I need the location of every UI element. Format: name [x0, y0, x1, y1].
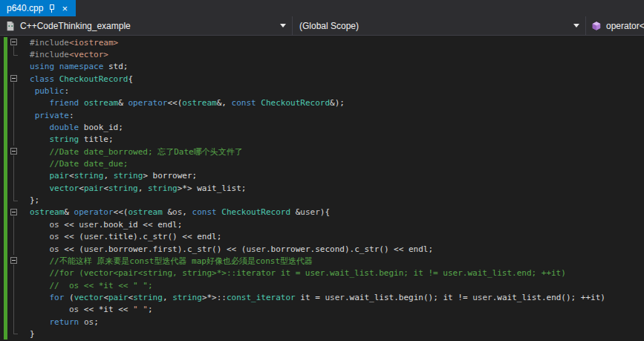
code-text: }; [30, 195, 39, 205]
code-line: os << (user.title).c_str() << endl; [0, 231, 644, 243]
fold-margin [0, 134, 30, 146]
code-line: friend ostream& operator<<(ostream&, con… [0, 97, 644, 109]
scope-dropdown-value: (Global Scope) [299, 21, 359, 31]
code-text: double book_id; [30, 123, 123, 132]
fold-margin [0, 97, 30, 109]
fold-toggle[interactable] [0, 73, 30, 85]
code-text: private: [30, 111, 74, 120]
code-text: // os << *it << " "; [30, 281, 153, 290]
fold-toggle[interactable] [0, 207, 30, 218]
fold-margin [0, 182, 30, 194]
member-dropdown-value: operator<< [606, 21, 644, 31]
code-line: #include<vector> [0, 48, 644, 60]
code-line: using namespace std; [0, 61, 644, 73]
code-text: using namespace std; [30, 62, 128, 71]
code-text: #include<vector> [30, 50, 108, 59]
collapse-minus-icon[interactable] [10, 39, 17, 45]
code-line: private: [0, 109, 644, 121]
code-line: pair<string, string> borrower; [0, 170, 644, 182]
code-text: return os; [30, 317, 99, 327]
project-dropdown[interactable]: C++CodeThinking_example [0, 16, 293, 35]
code-text: string title; [30, 134, 114, 144]
code-area: #include<iostream>#include<vector>using … [0, 36, 644, 340]
fold-margin [0, 267, 30, 279]
fold-margin [0, 279, 30, 291]
tab-bar: p640.cpp [0, 0, 644, 16]
fold-toggle[interactable] [0, 36, 30, 48]
code-text: public: [30, 86, 69, 96]
fold-margin [0, 304, 30, 316]
editor[interactable]: #include<iostream>#include<vector>using … [0, 36, 644, 341]
project-dropdown-value: C++CodeThinking_example [20, 21, 131, 31]
code-line: for (vector<pair<string, string>*>::cons… [0, 291, 644, 303]
collapse-minus-icon[interactable] [10, 75, 17, 82]
code-text: } [30, 329, 35, 339]
code-text: //Date date_borrowed; 忘了Date哪个头文件了 [30, 146, 243, 157]
tab-label: p640.cpp [7, 3, 43, 13]
code-text: ostream& operator<<(ostream &os, const C… [30, 207, 330, 217]
code-text: #include<iostream> [30, 38, 118, 48]
code-line: //Date date_borrowed; 忘了Date哪个头文件了 [0, 146, 644, 157]
code-line: //Date date_due; [0, 157, 644, 169]
scope-dropdown[interactable]: (Global Scope) [293, 16, 586, 35]
member-dropdown[interactable]: operator<< [586, 16, 644, 35]
fold-margin [0, 121, 30, 133]
tab-p640cpp[interactable]: p640.cpp [0, 0, 76, 16]
code-line: class CheckoutRecord{ [0, 73, 644, 85]
code-text: vector<pair<string, string>*> wait_list; [30, 184, 246, 193]
fold-margin [0, 291, 30, 303]
fold-margin [0, 48, 30, 60]
fold-margin [0, 170, 30, 182]
fold-margin [0, 218, 30, 230]
collapse-minus-icon[interactable] [10, 209, 17, 215]
code-line: #include<iostream> [0, 36, 644, 48]
cpp-file-icon [5, 21, 16, 31]
code-line: return os; [0, 316, 644, 328]
fold-margin [0, 61, 30, 73]
code-text: for (vector<pair<string, string>*>::cons… [30, 293, 605, 302]
code-text: os << (user.title).c_str() << endl; [30, 232, 221, 241]
code-text: //for (vector<pair<string, string>*>::it… [30, 268, 566, 278]
fold-margin [0, 194, 30, 206]
code-line: double book_id; [0, 121, 644, 133]
code-text: os << (user.borrower.first).c_str() << (… [30, 244, 433, 254]
code-text: //Date date_due; [30, 159, 128, 169]
code-line: } [0, 328, 644, 340]
fold-toggle[interactable] [0, 146, 30, 157]
code-line: os << (user.borrower.first).c_str() << (… [0, 243, 644, 255]
collapse-minus-icon[interactable] [10, 148, 17, 155]
code-line: public: [0, 85, 644, 97]
code-line: //不能这样 原来要是const型迭代器 map好像也必须是const型迭代器 [0, 255, 644, 267]
code-text: class CheckoutRecord{ [30, 74, 133, 84]
code-line: vector<pair<string, string>*> wait_list; [0, 182, 644, 194]
code-text: os << user.book_id << endl; [30, 220, 182, 230]
code-text: //不能这样 原来要是const型迭代器 map好像也必须是const型迭代器 [30, 256, 313, 267]
code-line: //for (vector<pair<string, string>*>::it… [0, 267, 644, 279]
chevron-down-icon [573, 24, 579, 27]
code-text: friend ostream& operator<<(ostream&, con… [30, 98, 345, 108]
chevron-down-icon [280, 24, 286, 27]
code-text: os << *it << " "; [30, 305, 153, 314]
fold-margin [0, 231, 30, 243]
code-line: os << user.book_id << endl; [0, 218, 644, 230]
pin-icon[interactable] [48, 4, 55, 13]
code-line: // os << *it << " "; [0, 279, 644, 291]
fold-toggle[interactable] [0, 255, 30, 267]
close-icon[interactable] [60, 4, 69, 13]
fold-margin [0, 316, 30, 328]
fold-margin [0, 157, 30, 169]
fold-margin [0, 85, 30, 97]
code-line: }; [0, 194, 644, 206]
fold-margin [0, 109, 30, 121]
navigation-bar: C++CodeThinking_example (Global Scope) o… [0, 16, 644, 36]
fold-margin [0, 243, 30, 255]
code-line: ostream& operator<<(ostream &os, const C… [0, 207, 644, 218]
code-line: string title; [0, 134, 644, 146]
code-line: os << *it << " "; [0, 304, 644, 316]
code-text: pair<string, string> borrower; [30, 171, 197, 181]
method-icon [591, 21, 602, 31]
collapse-minus-icon[interactable] [10, 257, 17, 264]
fold-margin [0, 328, 30, 340]
